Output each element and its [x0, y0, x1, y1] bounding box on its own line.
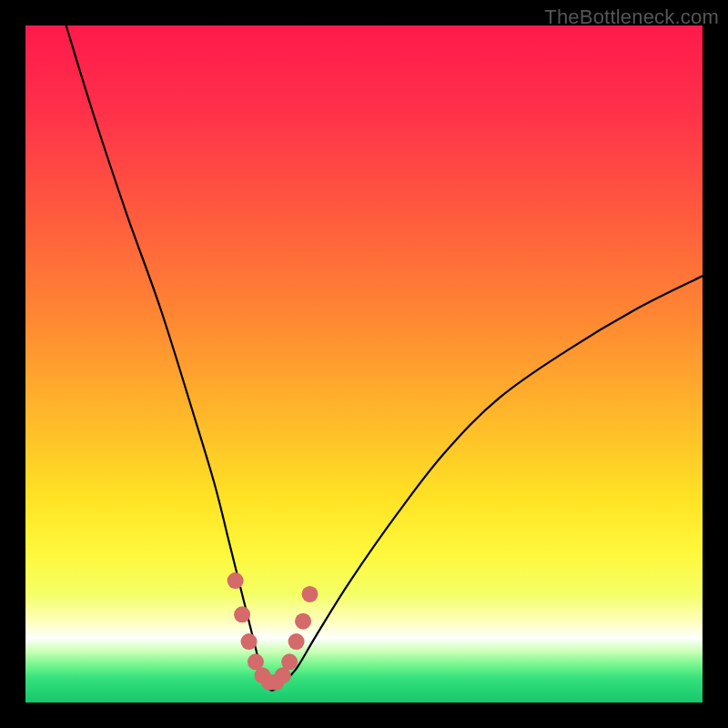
chart-overlay	[25, 25, 703, 703]
chart-plot-area	[25, 25, 703, 703]
highlight-dot	[228, 572, 244, 589]
bottleneck-curve	[66, 25, 703, 691]
highlight-dot	[295, 613, 311, 630]
highlight-dot	[281, 653, 298, 670]
highlight-dot	[301, 586, 318, 602]
highlight-dot	[288, 633, 305, 650]
highlight-dot	[234, 606, 250, 622]
highlight-dot	[241, 633, 258, 650]
